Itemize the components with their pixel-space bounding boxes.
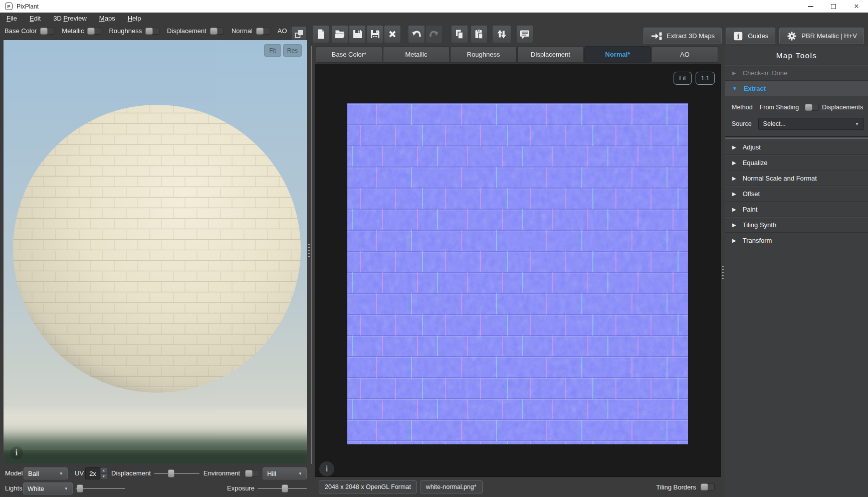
normal-toggle-label: Normal [232, 27, 253, 35]
tab-base-color[interactable]: Base Color* [316, 46, 382, 63]
environment-label: Environment [203, 467, 240, 479]
undo-button[interactable] [408, 25, 425, 43]
minimize-button[interactable] [799, 0, 822, 13]
section-equalize[interactable]: ▶Equalize [725, 155, 868, 171]
uv-scale-stepper[interactable]: ▲ ▼ [100, 467, 107, 479]
source-select[interactable]: Select... ▼ [758, 118, 864, 130]
menu-edit[interactable]: Edit [30, 15, 41, 22]
menubar: File Edit 3D Preview Maps Help [0, 13, 868, 24]
gear-icon [786, 31, 797, 42]
section-paint[interactable]: ▶Paint [725, 202, 868, 217]
section-transform[interactable]: ▶Transform [725, 233, 868, 248]
slider-thumb[interactable] [282, 484, 288, 492]
base-color-toggle[interactable] [40, 28, 54, 35]
viewer-fit-button[interactable]: Fit [674, 72, 692, 85]
displacements-toggle[interactable] [805, 104, 819, 111]
stepper-up-button[interactable]: ▲ [100, 467, 107, 473]
environment-toggle[interactable] [245, 470, 259, 477]
toggle-knob [87, 28, 95, 35]
tiling-borders-toggle[interactable] [701, 483, 715, 490]
copy-button[interactable] [451, 25, 468, 43]
guides-button[interactable]: i Guides [726, 28, 775, 44]
slider-track [154, 473, 199, 474]
displacement-toggle-label: Displacement [167, 27, 206, 35]
tab-metallic[interactable]: Metallic [383, 46, 450, 63]
swap-maps-button[interactable] [492, 25, 511, 43]
chevron-down-icon: ▼ [294, 471, 302, 476]
slider-thumb[interactable] [168, 469, 174, 477]
extract-3d-maps-label: Extract 3D Maps [667, 32, 715, 40]
exposure-slider[interactable] [258, 482, 307, 494]
titlebar: P PixPlant ✕ [0, 0, 868, 13]
menu-help[interactable]: Help [128, 15, 141, 22]
filename-button[interactable]: white-normal.png* [420, 480, 483, 493]
paste-icon [473, 28, 485, 40]
save-as-icon [369, 28, 381, 40]
model-select[interactable]: Ball▼ [24, 467, 68, 479]
displacement-toggle[interactable] [210, 28, 224, 35]
lights-intensity-slider[interactable] [76, 482, 125, 494]
detach-preview-button[interactable] [291, 26, 307, 42]
tab-displacement[interactable]: Displacement [517, 46, 584, 63]
tab-normal[interactable]: Normal* [584, 46, 651, 63]
lights-label: Lights [5, 482, 23, 494]
normal-toggle[interactable] [256, 28, 270, 35]
left-splitter-handle[interactable] [308, 244, 310, 257]
right-splitter-handle[interactable] [722, 266, 724, 279]
section-offset[interactable]: ▶Offset [725, 186, 868, 202]
extract-3d-maps-button[interactable]: Extract 3D Maps [643, 28, 722, 44]
paste-button[interactable] [471, 25, 488, 43]
section-tiling-synth[interactable]: ▶Tiling Synth [725, 217, 868, 233]
save-button[interactable] [349, 25, 366, 43]
toggle-knob [245, 470, 253, 477]
map-tools-title: Map Tools [725, 46, 868, 65]
preview-fit-button[interactable]: Fit [264, 44, 281, 57]
3d-preview-canvas[interactable]: Fit Res i [4, 40, 307, 464]
redo-button[interactable] [425, 25, 443, 43]
tab-ao[interactable]: AO [652, 46, 718, 63]
roughness-toggle[interactable] [145, 28, 159, 35]
tab-roughness[interactable]: Roughness [450, 46, 517, 63]
close-document-button[interactable] [384, 25, 401, 43]
displacement-slider[interactable] [154, 467, 199, 479]
viewer-info-button[interactable]: i [319, 461, 334, 476]
viewer-1to1-button[interactable]: 1:1 [696, 72, 715, 85]
menu-file[interactable]: File [7, 15, 17, 22]
section-normal-scale-format[interactable]: ▶Normal Scale and Format [725, 171, 868, 186]
source-value: Select... [763, 120, 786, 127]
section-adjust[interactable]: ▶Adjust [725, 139, 868, 155]
undo-icon [410, 28, 422, 40]
slider-thumb[interactable] [77, 484, 83, 492]
menu-maps[interactable]: Maps [99, 15, 115, 22]
info-icon: i [16, 448, 18, 457]
lights-select[interactable]: White▼ [23, 482, 73, 494]
new-document-icon [315, 28, 327, 40]
environment-value: Hill [267, 470, 276, 477]
toggle-knob [701, 483, 708, 490]
ao-toggle-label: AO [278, 27, 287, 35]
map-visibility-toggles: Base Color Metallic Roughness Displaceme… [5, 27, 312, 35]
close-icon: ✕ [854, 3, 859, 10]
chevron-right-icon: ▶ [732, 222, 736, 228]
section-extract[interactable]: ▼ Extract [725, 81, 868, 96]
menu-3d-preview[interactable]: 3D Preview [53, 15, 86, 22]
section-check-in[interactable]: ▶ Check-in: Done [725, 65, 868, 81]
new-document-button[interactable] [312, 25, 329, 43]
minimize-icon [808, 6, 813, 7]
stepper-down-button[interactable]: ▼ [100, 473, 107, 479]
maximize-button[interactable] [822, 0, 845, 13]
metallic-toggle[interactable] [87, 28, 101, 35]
pbr-mode-button[interactable]: PBR Metallic | H+V [779, 28, 864, 44]
map-viewer-canvas[interactable]: Fit 1:1 i [315, 64, 721, 477]
save-as-button[interactable] [366, 25, 383, 43]
window-title: PixPlant [17, 3, 39, 10]
preview-controls-row-2: Lights White▼ Exposure [0, 482, 312, 494]
preview-info-button[interactable]: i [10, 446, 23, 459]
open-button[interactable] [331, 25, 348, 43]
image-format-button[interactable]: 2048 x 2048 x OpenGL Format [319, 480, 417, 493]
preview-res-button[interactable]: Res [283, 44, 302, 57]
close-button[interactable]: ✕ [845, 0, 868, 13]
comment-button[interactable] [516, 25, 533, 43]
comment-icon [519, 28, 531, 40]
environment-select[interactable]: Hill▼ [263, 467, 307, 479]
